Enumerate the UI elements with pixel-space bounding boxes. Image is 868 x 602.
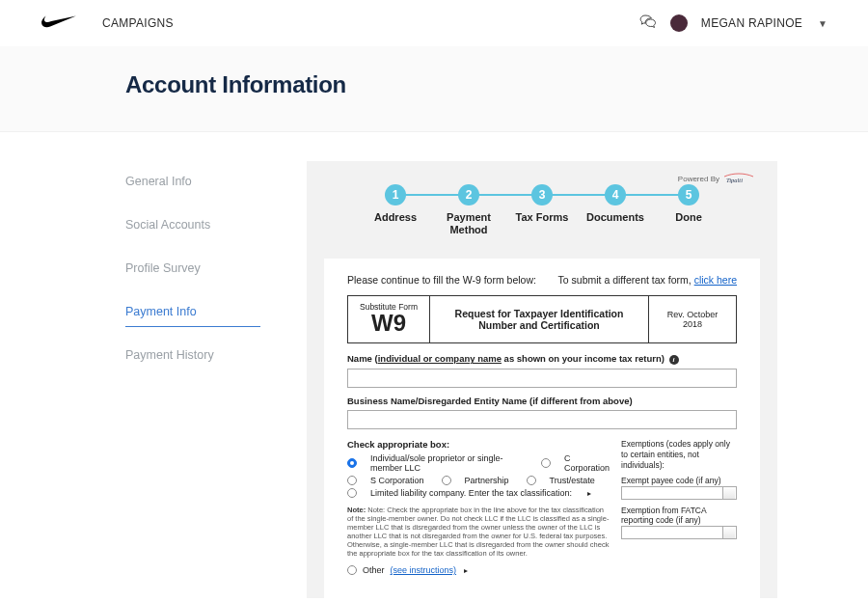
- exempt-fatca-select[interactable]: [621, 526, 737, 539]
- step-tax-forms[interactable]: 3 Tax Forms: [505, 184, 579, 224]
- step-label: Done: [675, 211, 702, 224]
- name-label: Name (individual or company name as show…: [347, 353, 737, 365]
- radio-llc-label: Limited liability company. Enter the tax…: [370, 488, 572, 498]
- payment-panel: Powered By Tipalti 1 Address 2 Payment M…: [307, 161, 777, 598]
- check-box-label: Check appropriate box:: [347, 439, 610, 450]
- radio-ccorp[interactable]: [541, 458, 551, 468]
- business-name-input[interactable]: [347, 410, 737, 429]
- brand-logo[interactable]: [41, 14, 77, 33]
- side-tab-social-accounts[interactable]: Social Accounts: [125, 205, 260, 240]
- nav-campaigns[interactable]: CAMPAIGNS: [102, 16, 174, 30]
- radio-trust-label: Trust/estate: [550, 476, 595, 485]
- radio-ccorp-label: C Corporation: [564, 453, 610, 473]
- form-header-box: Substitute Form W9 Request for Taxpayer …: [347, 295, 737, 343]
- powered-by: Powered By Tipalti: [678, 173, 754, 184]
- other-dropdown-icon[interactable]: ▸: [464, 566, 468, 575]
- side-tab-profile-survey[interactable]: Profile Survey: [125, 248, 260, 284]
- radio-partnership[interactable]: [442, 476, 451, 485]
- powered-by-label: Powered By: [678, 175, 719, 183]
- click-here-link[interactable]: click here: [694, 274, 737, 286]
- name-input[interactable]: [347, 369, 737, 388]
- see-instructions-link[interactable]: (see instructions): [391, 565, 457, 575]
- side-tab-payment-info[interactable]: Payment Info: [125, 291, 260, 327]
- radio-llc[interactable]: [347, 488, 357, 498]
- page-title: Account Information: [125, 71, 743, 98]
- info-icon[interactable]: i: [669, 355, 679, 365]
- form-header-left: Substitute Form W9: [348, 296, 430, 342]
- exempt-payee-label: Exempt payee code (if any): [621, 476, 737, 486]
- radio-other[interactable]: [347, 565, 357, 575]
- form-header-title: Request for Taxpayer Identification Numb…: [430, 296, 649, 342]
- top-bar: CAMPAIGNS MEGAN RAPINOE ▼: [0, 0, 868, 46]
- side-tab-general-info[interactable]: General Info: [125, 161, 260, 197]
- radio-individual-label: Individual/sole proprietor or single-mem…: [370, 453, 524, 473]
- svg-text:Tipalti: Tipalti: [726, 177, 743, 183]
- form-alt-tax: To submit a different tax form, click he…: [558, 274, 737, 286]
- step-circle: 5: [678, 184, 699, 205]
- top-bar-right: MEGAN RAPINOE ▼: [639, 14, 827, 33]
- step-address[interactable]: 1 Address: [359, 184, 432, 224]
- step-circle: 3: [531, 184, 553, 205]
- radio-individual[interactable]: [347, 458, 357, 468]
- radio-scorp-label: S Corporation: [370, 476, 424, 485]
- chat-icon[interactable]: [639, 14, 657, 33]
- step-circle: 2: [458, 184, 479, 205]
- stepper: 1 Address 2 Payment Method 3 Tax Forms 4…: [324, 184, 760, 235]
- radio-trust[interactable]: [527, 476, 536, 485]
- step-documents[interactable]: 4 Documents: [579, 184, 652, 224]
- exempt-fatca-label: Exemption from FATCA reporting code (if …: [621, 506, 737, 526]
- user-menu-chevron-icon[interactable]: ▼: [818, 18, 827, 29]
- form-header-rev: Rev. October 2018: [649, 296, 736, 342]
- llc-dropdown-icon[interactable]: ▸: [587, 489, 591, 498]
- content: General Info Social Accounts Profile Sur…: [0, 132, 868, 598]
- step-circle: 1: [385, 184, 406, 205]
- step-label: Tax Forms: [516, 211, 569, 224]
- step-label: Payment Method: [432, 211, 505, 235]
- top-bar-left: CAMPAIGNS: [41, 14, 174, 33]
- step-label: Address: [374, 211, 417, 224]
- step-label: Documents: [586, 211, 644, 224]
- w9-form: Please continue to fill the W-9 form bel…: [324, 259, 760, 598]
- radio-partnership-label: Partnership: [465, 476, 509, 485]
- step-circle: 4: [605, 184, 626, 205]
- user-name-label: MEGAN RAPINOE: [701, 16, 802, 30]
- side-tab-payment-history[interactable]: Payment History: [125, 335, 260, 370]
- radio-other-label: Other: [363, 565, 385, 575]
- side-tabs: General Info Social Accounts Profile Sur…: [125, 161, 260, 370]
- note-text: Note: Note: Check the appropriate box in…: [347, 506, 610, 558]
- user-avatar[interactable]: [670, 14, 688, 32]
- step-done[interactable]: 5 Done: [652, 184, 725, 224]
- step-payment-method[interactable]: 2 Payment Method: [432, 184, 505, 235]
- tipalti-logo-icon: Tipalti: [723, 173, 754, 184]
- business-name-label: Business Name/Disregarded Entity Name (i…: [347, 396, 737, 406]
- form-instruction: Please continue to fill the W-9 form bel…: [347, 274, 536, 286]
- exemptions-heading: Exemptions (codes apply only to certain …: [621, 439, 737, 470]
- exempt-payee-select[interactable]: [621, 486, 737, 500]
- radio-scorp[interactable]: [347, 476, 357, 485]
- page-header: Account Information: [0, 46, 868, 132]
